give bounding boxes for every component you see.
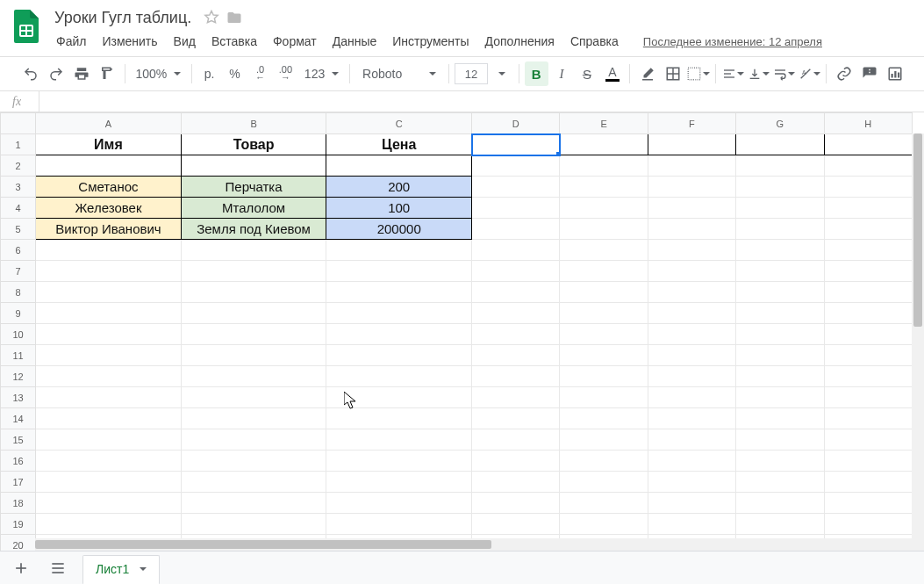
cell-C18[interactable] [326, 493, 472, 514]
print-icon[interactable] [70, 61, 94, 86]
cell-B8[interactable] [181, 282, 326, 303]
cell-H18[interactable] [824, 493, 912, 514]
cell-G5[interactable] [736, 219, 824, 240]
borders-button[interactable] [661, 61, 684, 86]
cell-B15[interactable] [181, 429, 326, 451]
cell-F13[interactable] [648, 387, 735, 408]
cell-H17[interactable] [824, 472, 912, 493]
cell-H11[interactable] [824, 345, 912, 366]
cell-H15[interactable] [824, 429, 912, 451]
cell-G17[interactable] [736, 472, 824, 493]
cell-H5[interactable] [824, 219, 912, 240]
cell-B4[interactable]: Мталолом [181, 198, 326, 219]
cell-D14[interactable] [472, 408, 560, 429]
cell-H19[interactable] [824, 514, 912, 535]
font-select[interactable]: Roboto [355, 61, 443, 86]
formula-bar[interactable]: fx [0, 91, 924, 112]
cell-G12[interactable] [736, 366, 824, 387]
paint-format-icon[interactable] [96, 61, 119, 86]
cell-D6[interactable] [472, 240, 560, 261]
row-header[interactable]: 4 [1, 198, 36, 219]
cell-E9[interactable] [560, 303, 648, 324]
all-sheets-button[interactable] [46, 556, 70, 580]
cell-H1[interactable] [824, 134, 912, 155]
cell-A6[interactable] [36, 240, 182, 261]
horizontal-scrollbar[interactable] [35, 538, 912, 551]
cell-B11[interactable] [181, 345, 326, 366]
cell-F6[interactable] [648, 240, 735, 261]
cell-B2[interactable] [181, 155, 326, 177]
cell-C7[interactable] [326, 261, 472, 282]
row-header[interactable]: 13 [1, 387, 36, 408]
cell-E2[interactable] [560, 155, 648, 177]
cell-E4[interactable] [560, 198, 648, 219]
cell-A14[interactable] [36, 408, 182, 429]
cell-G15[interactable] [736, 429, 824, 451]
cell-H8[interactable] [824, 282, 912, 303]
cell-B12[interactable] [181, 366, 326, 387]
inc-decimal-button[interactable]: .00→ [274, 61, 297, 86]
cell-G7[interactable] [736, 261, 824, 282]
cell-C10[interactable] [326, 324, 472, 345]
cell-D16[interactable] [472, 451, 560, 472]
cell-D3[interactable] [472, 177, 560, 198]
menu-tools[interactable]: Инструменты [385, 31, 476, 52]
cell-E14[interactable] [560, 408, 648, 429]
cell-F14[interactable] [648, 408, 735, 429]
row-header[interactable]: 8 [1, 282, 36, 303]
cell-F10[interactable] [648, 324, 735, 345]
cell-A15[interactable] [36, 429, 182, 451]
halign-button[interactable] [721, 61, 745, 86]
cell-C5[interactable]: 200000 [326, 219, 472, 240]
cell-D7[interactable] [472, 261, 560, 282]
cell-C6[interactable] [326, 240, 472, 261]
cell-D12[interactable] [472, 366, 560, 387]
col-c[interactable]: C [326, 113, 472, 134]
cell-B1[interactable]: Товар [181, 134, 326, 155]
cell-D8[interactable] [472, 282, 560, 303]
col-a[interactable]: A [36, 113, 182, 134]
menu-edit[interactable]: Изменить [95, 31, 164, 52]
text-color-button[interactable]: A [600, 61, 624, 86]
cell-A2[interactable] [36, 155, 182, 177]
cell-H7[interactable] [824, 261, 912, 282]
cell-D4[interactable] [472, 198, 560, 219]
cell-F11[interactable] [648, 345, 735, 366]
cell-C14[interactable] [326, 408, 472, 429]
cell-C12[interactable] [326, 366, 472, 387]
cell-E17[interactable] [560, 472, 648, 493]
cell-D11[interactable] [472, 345, 560, 366]
rotate-button[interactable]: A [798, 61, 821, 86]
merge-button[interactable] [686, 61, 710, 86]
cell-H13[interactable] [824, 387, 912, 408]
menu-view[interactable]: Вид [167, 31, 203, 52]
cell-H14[interactable] [824, 408, 912, 429]
cell-C11[interactable] [326, 345, 472, 366]
column-headers[interactable]: A B C D E F G H [1, 113, 913, 134]
cell-A19[interactable] [36, 514, 182, 535]
cell-H16[interactable] [824, 451, 912, 472]
menu-insert[interactable]: Вставка [204, 31, 264, 52]
col-b[interactable]: B [181, 113, 326, 134]
cell-D19[interactable] [472, 514, 560, 535]
cell-B5[interactable]: Земля под Киевом [181, 219, 326, 240]
cell-B7[interactable] [181, 261, 326, 282]
cell-G4[interactable] [736, 198, 824, 219]
menu-data[interactable]: Данные [326, 31, 384, 52]
row-header[interactable]: 12 [1, 366, 36, 387]
cell-A1[interactable]: Имя [36, 134, 182, 155]
menu-addons[interactable]: Дополнения [478, 31, 562, 52]
cell-A3[interactable]: Сметанос [36, 177, 182, 198]
cell-F18[interactable] [648, 493, 735, 514]
cell-H3[interactable] [824, 177, 912, 198]
cell-D9[interactable] [472, 303, 560, 324]
comment-icon[interactable] [857, 61, 881, 86]
cell-C1[interactable]: Цена [326, 134, 472, 155]
cell-G18[interactable] [736, 493, 824, 514]
cell-A8[interactable] [36, 282, 182, 303]
row-header[interactable]: 10 [1, 324, 36, 345]
cell-A10[interactable] [36, 324, 182, 345]
redo-icon[interactable] [45, 61, 68, 86]
row-header[interactable]: 7 [1, 261, 36, 282]
cell-C13[interactable] [326, 387, 472, 408]
